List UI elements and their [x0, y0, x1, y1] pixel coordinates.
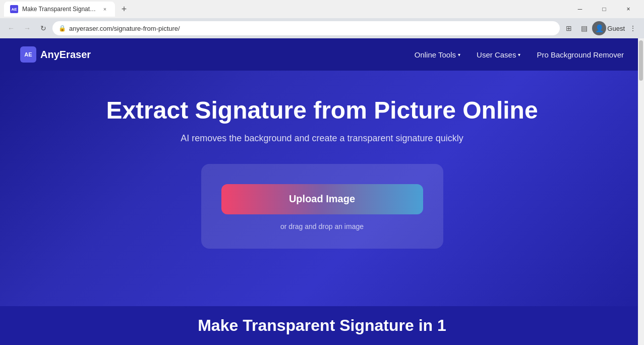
drag-drop-text: or drag and drop an image [280, 222, 364, 231]
back-button[interactable]: ← [4, 21, 18, 35]
tab-close-button[interactable]: × [101, 5, 109, 13]
close-button[interactable]: × [617, 2, 640, 17]
sidebar-button[interactable]: ▤ [577, 21, 591, 35]
site-navigation: AE AnyEraser Online Tools ▾ User Cases ▾… [0, 38, 644, 71]
website: AE AnyEraser Online Tools ▾ User Cases ▾… [0, 38, 644, 345]
nav-online-tools[interactable]: Online Tools ▾ [415, 50, 460, 59]
chevron-down-icon: ▾ [518, 52, 520, 58]
hero-section: Extract Signature from Picture Online AI… [0, 71, 644, 306]
logo[interactable]: AE AnyEraser [20, 46, 91, 63]
bottom-hint-title: Make Transparent Signature in 1 [20, 316, 624, 335]
nav-pro-background-remover[interactable]: Pro Background Remover [537, 50, 624, 59]
lock-icon: 🔒 [58, 25, 66, 32]
toolbar-right: ⊞ ▤ 👤 Guest ⋮ [562, 21, 640, 35]
maximize-button[interactable]: □ [593, 2, 616, 17]
guest-label: Guest [607, 25, 625, 32]
bottom-hint-section: Make Transparent Signature in 1 [0, 306, 644, 345]
minimize-button[interactable]: ─ [568, 2, 592, 17]
scrollbar[interactable] [638, 38, 644, 345]
browser-titlebar: AE Make Transparent Signature fr × + ─ □… [0, 0, 644, 18]
account-avatar[interactable]: 👤 [592, 21, 606, 35]
extensions-button[interactable]: ⊞ [562, 21, 576, 35]
refresh-button[interactable]: ↻ [36, 21, 50, 35]
nav-user-cases[interactable]: User Cases ▾ [477, 50, 520, 59]
page-content: AE AnyEraser Online Tools ▾ User Cases ▾… [0, 38, 644, 345]
upload-area: Upload Image or drag and drop an image [201, 164, 443, 249]
address-bar[interactable]: 🔒 anyeraser.com/signature-from-picture/ [52, 21, 560, 35]
nav-links: Online Tools ▾ User Cases ▾ Pro Backgrou… [415, 50, 624, 59]
chevron-down-icon: ▾ [458, 52, 460, 58]
hero-title: Extract Signature from Picture Online [106, 96, 538, 125]
address-text: anyeraser.com/signature-from-picture/ [69, 25, 554, 32]
active-tab[interactable]: AE Make Transparent Signature fr × [4, 2, 115, 17]
logo-text: AnyEraser [40, 49, 91, 61]
browser-toolbar: ← → ↻ 🔒 anyeraser.com/signature-from-pic… [0, 18, 644, 38]
forward-button[interactable]: → [20, 21, 34, 35]
tab-title: Make Transparent Signature fr [22, 6, 97, 13]
logo-icon: AE [20, 46, 36, 63]
window-controls: ─ □ × [568, 2, 640, 17]
new-tab-button[interactable]: + [117, 2, 131, 16]
tab-favicon: AE [10, 5, 18, 13]
scrollbar-thumb[interactable] [639, 40, 643, 81]
menu-button[interactable]: ⋮ [626, 21, 640, 35]
browser-chrome: AE Make Transparent Signature fr × + ─ □… [0, 0, 644, 38]
upload-image-button[interactable]: Upload Image [221, 184, 423, 214]
hero-subtitle: AI removes the background and create a t… [181, 133, 463, 144]
